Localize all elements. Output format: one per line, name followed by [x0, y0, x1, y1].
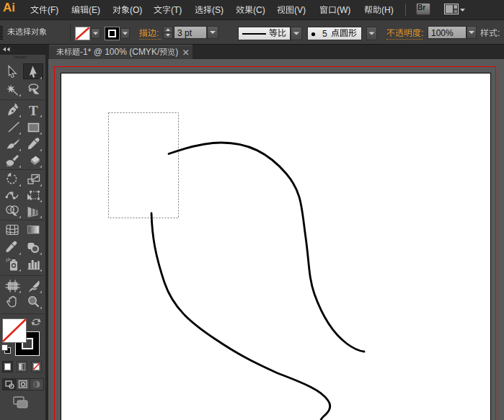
svg-text:(E): (E): [89, 5, 100, 15]
svg-text::: :: [498, 28, 500, 38]
svg-text:(F): (F): [48, 5, 58, 15]
svg-text:(V): (V): [294, 5, 306, 15]
svg-text:(W): (W): [337, 5, 350, 15]
svg-text::: :: [156, 28, 159, 38]
svg-text:T: T: [29, 103, 38, 118]
svg-text:(T): (T): [171, 5, 182, 15]
svg-text:(O): (O): [130, 5, 142, 15]
svg-text:-1* @ 100% (CMYK/: -1* @ 100% (CMYK/: [80, 47, 160, 57]
svg-text:(C): (C): [253, 5, 265, 15]
svg-text:(H): (H): [381, 5, 394, 15]
svg-text:): ): [175, 47, 178, 57]
svg-text:(S): (S): [212, 5, 224, 15]
svg-text::: :: [421, 28, 423, 38]
